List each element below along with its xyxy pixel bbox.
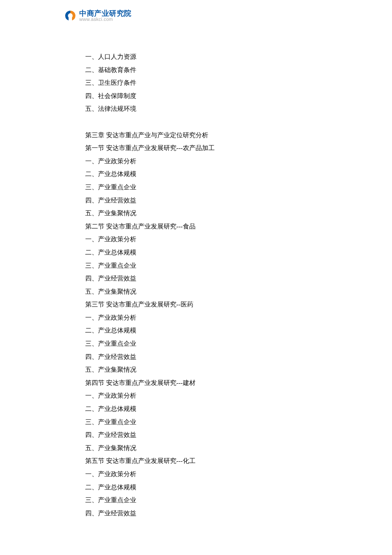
outline-item: 二、产业总体规模: [85, 402, 324, 416]
outline-item: 四、产业经营效益: [85, 350, 324, 364]
outline-item: 二、产业总体规模: [85, 324, 324, 337]
section-heading: 第二节 安达市重点产业发展研究---食品: [85, 220, 324, 233]
outline-item: 二、基础教育条件: [85, 64, 324, 77]
outline-item: 三、产业重点企业: [85, 416, 324, 429]
outline-item: 四、产业经营效益: [85, 507, 324, 520]
section-heading: 第四节 安达市重点产业发展研究---建材: [85, 376, 324, 390]
outline-item: 四、产业经营效益: [85, 272, 324, 285]
outline-item: 四、产业经营效益: [85, 194, 324, 207]
section-heading: 第三节 安达市重点产业发展研究--医药: [85, 298, 324, 311]
outline-item: 三、产业重点企业: [85, 494, 324, 507]
outline-item: 二、产业总体规模: [85, 481, 324, 494]
outline-item: 五、产业集聚情况: [85, 442, 324, 455]
blank-line: [85, 116, 324, 129]
outline-item: 四、产业经营效益: [85, 428, 324, 442]
brand-logo: 中商产业研究院 www.askci.com: [63, 9, 132, 22]
document-body: 一、人口人力资源 二、基础教育条件 三、卫生医疗条件 四、社会保障制度 五、法律…: [85, 50, 324, 520]
section-heading: 第五节 安达市重点产业发展研究---化工: [85, 454, 324, 468]
outline-item: 五、产业集聚情况: [85, 363, 324, 376]
brand-url: www.askci.com: [79, 17, 132, 22]
outline-item: 一、产业政策分析: [85, 389, 324, 402]
outline-item: 二、产业总体规模: [85, 168, 324, 181]
outline-item: 一、产业政策分析: [85, 468, 324, 481]
brand-logo-text: 中商产业研究院 www.askci.com: [79, 10, 132, 22]
outline-item: 三、产业重点企业: [85, 181, 324, 194]
outline-item: 五、产业集聚情况: [85, 285, 324, 298]
outline-item: 二、产业总体规模: [85, 246, 324, 259]
outline-item: 三、卫生医疗条件: [85, 76, 324, 90]
outline-item: 三、产业重点企业: [85, 259, 324, 272]
brand-name-cn: 中商产业研究院: [79, 10, 132, 17]
outline-item: 一、产业政策分析: [85, 155, 324, 168]
outline-item: 五、产业集聚情况: [85, 207, 324, 220]
outline-item: 一、人口人力资源: [85, 50, 324, 64]
section-heading: 第一节 安达市重点产业发展研究---农产品加工: [85, 142, 324, 155]
outline-item: 一、产业政策分析: [85, 233, 324, 246]
outline-item: 四、社会保障制度: [85, 90, 324, 103]
brand-logo-icon: [63, 9, 78, 22]
chapter-heading: 第三章 安达市重点产业与产业定位研究分析: [85, 129, 324, 142]
outline-item: 一、产业政策分析: [85, 311, 324, 324]
outline-item: 三、产业重点企业: [85, 337, 324, 350]
outline-item: 五、法律法规环境: [85, 102, 324, 116]
